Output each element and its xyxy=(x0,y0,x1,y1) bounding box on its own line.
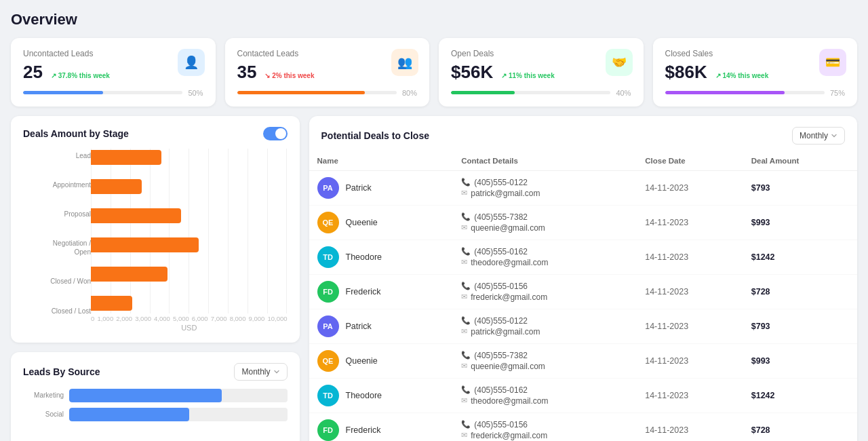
avatar: FD xyxy=(317,281,339,303)
contact-email-line: ✉ theodore@gmail.com xyxy=(461,258,629,267)
source-bar-fill xyxy=(69,408,189,421)
contact-email-line: ✉ patrick@gmail.com xyxy=(461,189,629,198)
bar-fill xyxy=(91,179,142,194)
kpi-value: 35 xyxy=(237,62,257,82)
bar-fill xyxy=(91,296,132,311)
table-row: FD Frederick 📞 (405)555-0156 ✉ frederick… xyxy=(309,413,857,441)
name-cell: FD Frederick xyxy=(317,419,446,441)
contact-phone-line: 📞 (405)555-0122 xyxy=(461,316,629,326)
kpi-bar-row: 80% xyxy=(237,89,418,97)
contact-email: patrick@gmail.com xyxy=(471,189,540,198)
email-icon: ✉ xyxy=(461,362,467,370)
contact-phone-line: 📞 (405)555-0162 xyxy=(461,247,629,256)
potential-deals-panel: Potential Deals to Close Monthly NameCon… xyxy=(309,116,857,441)
deal-amount: $1242 xyxy=(743,239,857,274)
potential-deals-title: Potential Deals to Close xyxy=(321,130,429,141)
table-header: Name xyxy=(309,151,454,171)
close-date: 14-11-2023 xyxy=(637,413,743,441)
source-bar-fill xyxy=(69,389,222,402)
kpi-value: $86K xyxy=(665,62,707,82)
contact-phone-line: 📞 (405)555-0156 xyxy=(461,282,629,291)
leads-source-dropdown[interactable]: Monthly xyxy=(234,363,287,381)
contact-email-line: ✉ queenie@gmail.com xyxy=(461,362,629,371)
kpi-card-contacted-leads: Contacted Leads 35 ↘ 2% this week 80% 👥 xyxy=(225,38,430,107)
contact-phone-line: 📞 (405)555-7382 xyxy=(461,212,629,222)
kpi-change: ↘ 2% this week xyxy=(264,72,314,79)
deal-amount: $728 xyxy=(743,274,857,309)
kpi-bar-fill xyxy=(23,91,103,94)
leads-source-title: Leads By Source xyxy=(23,366,100,377)
avatar: PA xyxy=(317,177,339,199)
bar-row xyxy=(91,150,288,165)
table-row: PA Patrick 📞 (405)555-0122 ✉ patrick@gma… xyxy=(309,170,857,205)
x-axis-label: 2,000 xyxy=(116,315,132,322)
kpi-label: Uncontacted Leads xyxy=(23,49,203,58)
kpi-icon: 👥 xyxy=(391,49,418,76)
table-header: Contact Details xyxy=(453,151,637,171)
email-icon: ✉ xyxy=(461,327,467,336)
contact-phone-line: 📞 (405)555-0122 xyxy=(461,178,629,187)
bar-fill xyxy=(91,150,161,165)
avatar: PA xyxy=(317,315,339,337)
left-panels: Deals Amount by Stage LeadAppointmentPro… xyxy=(11,116,300,441)
deals-table: NameContact DetailsClose DateDeal Amount… xyxy=(309,151,857,441)
contact-email: frederick@gmail.com xyxy=(471,292,547,302)
email-icon: ✉ xyxy=(461,292,467,301)
chevron-down-icon xyxy=(273,368,280,375)
kpi-value: 25 xyxy=(23,62,43,82)
name-cell: PA Patrick xyxy=(317,177,446,199)
table-row: QE Queenie 📞 (405)555-7382 ✉ queenie@gma… xyxy=(309,343,857,378)
leads-source-panel: Leads By Source Monthly Marketing Social xyxy=(11,352,300,441)
leads-source-header: Leads By Source Monthly xyxy=(23,363,288,381)
deals-stage-toggle[interactable] xyxy=(263,127,288,140)
x-axis-label: 6,000 xyxy=(192,315,208,322)
x-axis-title: USD xyxy=(91,324,288,332)
deal-amount: $728 xyxy=(743,413,857,441)
contact-name: Queenie xyxy=(346,356,378,366)
close-date: 14-11-2023 xyxy=(637,309,743,343)
source-bar-row: Social xyxy=(23,408,288,421)
phone-icon: 📞 xyxy=(461,351,471,360)
kpi-icon: 🤝 xyxy=(606,49,633,76)
source-bar-row: Marketing xyxy=(23,389,288,402)
close-date: 14-11-2023 xyxy=(637,378,743,413)
contact-cell: 📞 (405)555-7382 ✉ queenie@gmail.com xyxy=(461,212,629,233)
table-header: Deal Amount xyxy=(743,151,857,171)
kpi-bar-pct: 40% xyxy=(616,89,631,97)
stage-y-label: Lead xyxy=(76,151,91,160)
deals-table-scroll[interactable]: NameContact DetailsClose DateDeal Amount… xyxy=(309,151,857,441)
contact-phone: (405)555-7382 xyxy=(474,351,528,360)
contact-phone: (405)555-7382 xyxy=(474,212,528,222)
email-icon: ✉ xyxy=(461,258,467,267)
contact-phone-line: 📞 (405)555-0162 xyxy=(461,385,629,395)
deal-amount: $793 xyxy=(743,170,857,205)
name-cell: TD Theodore xyxy=(317,385,446,406)
close-date: 14-11-2023 xyxy=(637,239,743,274)
email-icon: ✉ xyxy=(461,431,467,440)
kpi-value: $56K xyxy=(451,62,493,82)
contact-cell: 📞 (405)555-0162 ✉ theodore@gmail.com xyxy=(461,247,629,267)
source-bar-track xyxy=(69,408,288,421)
deals-stage-title: Deals Amount by Stage xyxy=(23,128,129,139)
contact-name: Theodore xyxy=(346,391,382,400)
contact-cell: 📞 (405)555-0122 ✉ patrick@gmail.com xyxy=(461,178,629,198)
table-row: FD Frederick 📞 (405)555-0156 ✉ frederick… xyxy=(309,274,857,309)
close-date: 14-11-2023 xyxy=(637,170,743,205)
x-axis-label: 0 xyxy=(91,315,94,322)
deal-amount: $1242 xyxy=(743,378,857,413)
contact-name: Frederick xyxy=(346,287,381,296)
contact-email-line: ✉ frederick@gmail.com xyxy=(461,292,629,302)
bar-fill xyxy=(91,208,181,223)
stage-y-label: Closed / Won xyxy=(50,277,91,286)
kpi-bar-pct: 50% xyxy=(188,89,203,97)
table-header: Close Date xyxy=(637,151,743,171)
contact-email-line: ✉ queenie@gmail.com xyxy=(461,223,629,233)
email-icon: ✉ xyxy=(461,223,467,232)
contact-phone-line: 📞 (405)555-0156 xyxy=(461,420,629,429)
phone-icon: 📞 xyxy=(461,385,471,394)
potential-deals-dropdown[interactable]: Monthly xyxy=(792,127,845,145)
kpi-row: Uncontacted Leads 25 ↗ 37.8% this week 5… xyxy=(11,38,857,107)
avatar: TD xyxy=(317,385,339,406)
stage-y-label: Negotiation /Open xyxy=(53,239,91,256)
phone-icon: 📞 xyxy=(461,420,471,429)
